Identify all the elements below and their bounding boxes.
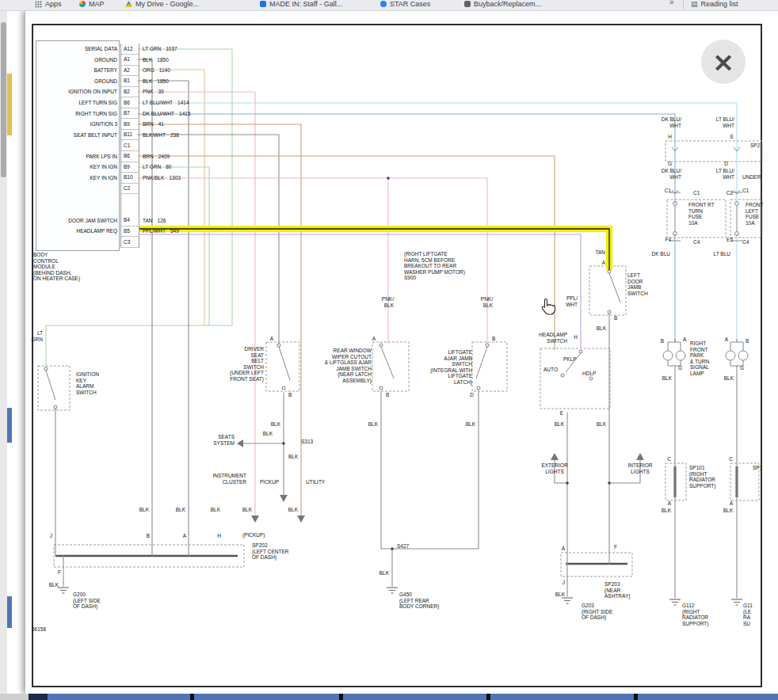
bcm-clr: DK BLU/WHT (143, 111, 174, 116)
bcm-lbl: PARK LPS IN (35, 154, 120, 159)
bcm-pin-row: PARK LPS INB6BRN2409 (35, 150, 233, 162)
bcm-clr: LT BLU/WHT (143, 100, 173, 105)
bcm-clr: BRN (143, 121, 154, 127)
mouse-cursor-hand-icon (541, 298, 555, 318)
bcm-lbl: SERIAL DATA (35, 46, 120, 51)
background-edge-segment (29, 694, 48, 700)
bcm-pin-row: IGNITION 3B9BRN41 (35, 119, 233, 130)
bcm-pin: B10 (120, 172, 139, 184)
background-edge-divider (486, 694, 490, 700)
bcm-pin-row: BATTERYA2ORG1140 (35, 65, 233, 76)
bcm-pin-table: SERIAL DATAA12LT GRN1037GROUNDA1BLK1850B… (35, 44, 233, 247)
close-button[interactable]: × (701, 40, 746, 84)
bcm-clr: BRN (143, 154, 154, 159)
bcm-pin: B6 (120, 150, 139, 162)
bcm-lbl: KEY IN IGN (35, 164, 120, 169)
background-edge-divider (190, 694, 194, 700)
bcm-pin-row: C1 (35, 140, 233, 151)
bcm-pin: B2 (120, 86, 139, 98)
bcm-lbl: KEY IN IGN (35, 175, 120, 181)
park-turn-lamp-symbols (663, 339, 748, 366)
wire-direction-arrows (237, 439, 644, 523)
bcm-lbl: IGNITION 3 (35, 121, 120, 127)
bcm-clr: LT GRN (143, 164, 161, 169)
bcm-num: 80 (166, 164, 171, 169)
bcm-num: 1037 (166, 46, 177, 51)
bcm-pin: B11 (120, 129, 139, 141)
bcm-lbl: GROUND (35, 78, 120, 84)
bcm-lbl: GROUND (35, 57, 120, 63)
bcm-lbl: IGNITION ON INPUT (35, 89, 120, 94)
bcm-pin-row: C3 (35, 237, 233, 248)
bcm-clr: PNK/BLK (143, 175, 164, 181)
bcm-pin-row: SERIAL DATAA12LT GRN1037 (35, 44, 233, 55)
bcm-row-gap (35, 194, 233, 215)
bcm-clr: BLK/WHT (143, 132, 166, 138)
bcm-pin: A2 (120, 65, 139, 77)
switch-symbols (44, 270, 620, 409)
bcm-num: 238 (170, 132, 179, 138)
bcm-num: 1850 (157, 57, 168, 63)
bcm-pin-row: GROUNDA1BLK1850 (35, 55, 233, 66)
ground-symbols (58, 588, 742, 605)
bcm-pin: B1 (120, 75, 139, 87)
bcm-clr: ORG (143, 67, 154, 73)
bcm-pin: B4 (120, 215, 139, 226)
bcm-pin-row: KEY IN IGNB9LT GRN80 (35, 162, 233, 173)
background-edge-segment (0, 694, 29, 700)
bcm-pin: B9 (120, 162, 139, 173)
bcm-clr: LT GRN (143, 46, 161, 51)
bcm-pin: C1 (120, 139, 139, 151)
bcm-num: 126 (158, 218, 166, 223)
bcm-num: 549 (170, 228, 179, 234)
bcm-lbl: BATTERY (35, 67, 120, 73)
bcm-clr: BLK (143, 57, 152, 63)
background-edge-divider (634, 694, 638, 700)
bcm-pin: B5 (120, 226, 139, 238)
bcm-num: 39 (158, 89, 163, 94)
bcm-pin-row: DOOR JAM SWITCHB4TAN126 (35, 215, 233, 226)
bcm-pin-row: SEAT BELT INPUTB11BLK/WHT238 (35, 129, 233, 140)
bcm-clr: PPL/WHT (143, 228, 166, 234)
background-page-edge (0, 694, 778, 700)
bcm-pin: B7 (120, 108, 139, 120)
bcm-pin: A12 (120, 44, 139, 55)
bcm-pin-row: HEADLAMP REQB5PPL/WHT549 (35, 226, 233, 237)
fuse-symbols (673, 202, 739, 236)
bcm-pin: B9 (120, 118, 139, 130)
bcm-pin: C3 (120, 236, 139, 248)
bcm-num: 1415 (179, 111, 190, 116)
splice-dots (282, 177, 611, 550)
bcm-pin: B6 (120, 97, 139, 108)
bcm-lbl: RIGHT TURN SIG (35, 111, 120, 116)
bcm-pin: A1 (120, 54, 139, 66)
bcm-lbl: SEAT BELT INPUT (35, 132, 120, 138)
bcm-pin-row: RIGHT TURN SIGB7DK BLU/WHT1415 (35, 108, 233, 119)
bcm-num: 2409 (158, 154, 170, 159)
bcm-pin-row: C2 (35, 183, 233, 194)
bcm-lbl: HEADLAMP REQ (35, 228, 120, 234)
bcm-pin-row: IGNITION ON INPUTB2PNK39 (35, 86, 233, 97)
bcm-lbl: DOOR JAM SWITCH (35, 218, 120, 223)
background-edge-divider (339, 694, 343, 700)
bcm-pin-row: LEFT TURN SIGB6LT BLU/WHT1414 (35, 97, 233, 108)
bcm-pin-row: KEY IN IGNB10PNK/BLK1303 (35, 173, 233, 184)
bcm-clr: TAN (143, 218, 153, 223)
bcm-pin-row: GROUNDB1BLK1850 (35, 76, 233, 87)
bcm-pin: C2 (120, 183, 139, 195)
bcm-num: 1414 (177, 100, 189, 105)
close-icon: × (712, 46, 735, 78)
bcm-num: 1140 (159, 67, 170, 73)
bcm-num: 1303 (169, 175, 180, 181)
bcm-num: 1850 (157, 78, 168, 84)
bcm-num: 41 (158, 121, 164, 127)
bcm-lbl: LEFT TURN SIG (35, 100, 120, 105)
bcm-clr: BLK (143, 78, 152, 84)
bcm-clr: PNK (143, 89, 153, 94)
